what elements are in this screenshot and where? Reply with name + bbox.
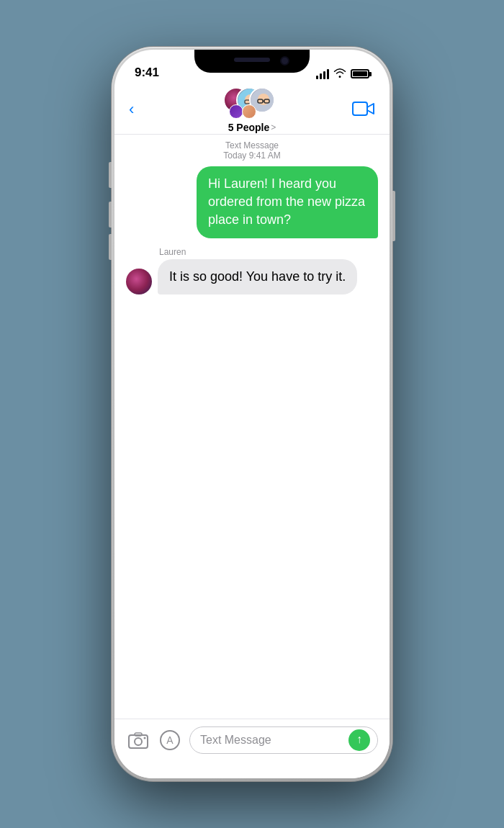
speaker [234, 58, 270, 62]
send-arrow-icon: ↑ [356, 733, 362, 746]
battery-icon [351, 69, 369, 78]
video-button[interactable] [352, 101, 375, 120]
signal-icon [316, 69, 329, 79]
front-camera [280, 56, 289, 66]
apps-button[interactable]: A [158, 728, 182, 752]
message-service: Text Message [225, 140, 279, 150]
signal-bar-3 [323, 71, 325, 79]
back-chevron-icon: ‹ [129, 102, 134, 117]
battery-fill [353, 71, 367, 76]
group-avatars [223, 87, 281, 120]
sender-avatar-wrap [126, 247, 152, 294]
signal-bar-1 [316, 76, 318, 79]
received-content: Lauren It is so good! You have to try it… [158, 247, 357, 294]
avatar-mini-1 [229, 104, 243, 119]
svg-text:A: A [166, 734, 174, 746]
sender-avatar [126, 269, 152, 294]
group-chevron-icon: > [271, 122, 276, 132]
svg-point-12 [135, 738, 142, 745]
nav-center: 5 People > [223, 87, 281, 133]
wifi-icon [333, 68, 346, 80]
signal-bar-4 [327, 69, 329, 79]
send-button[interactable]: ↑ [348, 729, 370, 751]
nav-bar: ‹ [114, 86, 390, 135]
status-icons [316, 68, 369, 81]
message-time: Today 9:41 AM [126, 150, 378, 161]
text-input-placeholder: Text Message [200, 734, 348, 747]
group-label[interactable]: 5 People > [228, 122, 276, 133]
camera-button[interactable] [126, 728, 150, 752]
text-input-wrap[interactable]: Text Message ↑ [189, 726, 378, 754]
signal-bar-2 [320, 73, 322, 79]
message-meta: Text Message Today 9:41 AM [126, 140, 378, 161]
input-area: A Text Message ↑ [114, 719, 390, 778]
sent-message-row: Hi Lauren! I heard you ordered from the … [126, 166, 378, 238]
status-time: 9:41 [135, 66, 159, 81]
svg-point-14 [144, 737, 146, 739]
svg-rect-10 [353, 102, 367, 115]
back-button[interactable]: ‹ [129, 103, 134, 117]
notch [194, 50, 310, 73]
phone-screen: 9:41 [114, 50, 390, 778]
phone-frame: 9:41 [112, 47, 392, 781]
sender-name: Lauren [159, 247, 357, 257]
sent-bubble: Hi Lauren! I heard you ordered from the … [197, 166, 378, 238]
group-name: 5 People [228, 122, 270, 133]
received-bubble: It is so good! You have to try it. [158, 259, 357, 294]
messages-area: Text Message Today 9:41 AM Hi Lauren! I … [114, 135, 390, 719]
avatar-mini-2 [242, 104, 256, 119]
received-message-row: Lauren It is so good! You have to try it… [126, 247, 378, 294]
